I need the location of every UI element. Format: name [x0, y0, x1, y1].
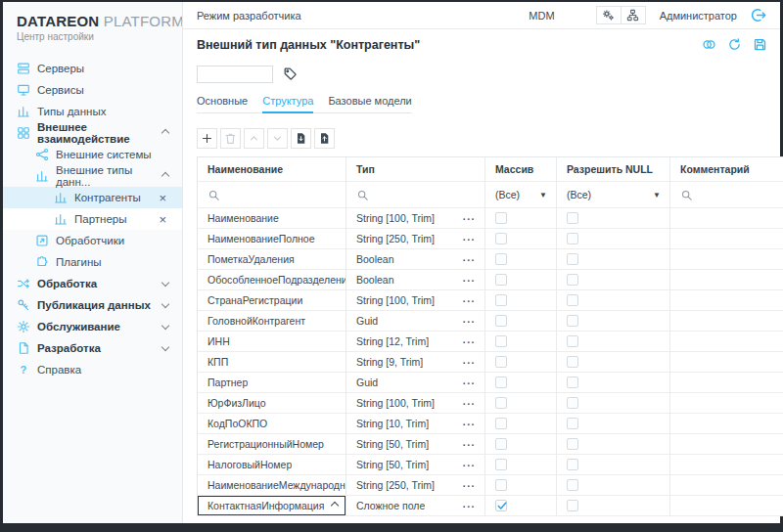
allow-null-checkbox[interactable]	[567, 294, 578, 306]
compare-button[interactable]	[702, 37, 716, 52]
sidebar-item-counterparties[interactable]: Контрагенты×	[3, 187, 182, 208]
cell-name[interactable]: НалоговыйНомер	[198, 455, 346, 475]
add-button[interactable]	[197, 128, 217, 149]
cell-name[interactable]: РегистрационныйНомер	[198, 434, 346, 455]
cell-comment[interactable]	[670, 290, 783, 311]
refresh-button[interactable]	[727, 37, 742, 52]
cell-type[interactable]: String [9, Trim]...	[346, 352, 485, 373]
cell-name[interactable]: Партнер	[198, 373, 346, 393]
cell-type[interactable]: String [50, Trim]...	[346, 434, 485, 455]
cell-comment[interactable]	[670, 455, 783, 475]
column-header-array[interactable]: Массив	[485, 157, 557, 182]
allow-null-checkbox[interactable]	[567, 500, 578, 511]
type-filter-input[interactable]	[346, 182, 485, 208]
cell-type[interactable]: String [12, Trim]...	[346, 332, 485, 352]
settings-gears-button[interactable]	[596, 6, 622, 24]
allow-null-checkbox[interactable]	[567, 274, 578, 286]
sidebar-item-external-interaction[interactable]: Внешнее взаимодействие	[3, 122, 182, 144]
array-checkbox[interactable]	[495, 274, 507, 286]
allow-null-checkbox[interactable]	[567, 335, 578, 347]
cell-name[interactable]: ИНН	[198, 332, 346, 352]
save-button[interactable]	[753, 37, 767, 52]
allow-null-checkbox[interactable]	[567, 377, 578, 388]
cell-type[interactable]: Guid...	[346, 373, 485, 393]
cell-name[interactable]: КПП	[198, 352, 346, 373]
sidebar-item-external-data-types[interactable]: Внешние типы данн...	[3, 165, 182, 187]
sidebar-item-partners[interactable]: Партнеры×	[3, 208, 182, 230]
sidebar-item-data-types[interactable]: Типы данных	[3, 101, 182, 122]
tag-filter-button[interactable]	[280, 65, 299, 84]
allow-null-filter-select[interactable]: (Все)▼	[557, 182, 670, 208]
array-filter-select[interactable]: (Все)▼	[485, 182, 557, 208]
array-checkbox[interactable]	[495, 294, 507, 306]
type-options-button[interactable]: ...	[463, 498, 476, 510]
cell-name[interactable]: НаименованиеПолное	[198, 229, 346, 249]
cell-type[interactable]: String [250, Trim]...	[346, 229, 485, 249]
cell-comment[interactable]	[670, 475, 783, 496]
move-down-button[interactable]	[267, 128, 288, 149]
cell-name[interactable]: НаименованиеМеждународное	[198, 475, 346, 496]
cell-comment[interactable]	[670, 496, 783, 516]
type-options-button[interactable]: ...	[463, 333, 476, 345]
cell-type[interactable]: String [100, Trim]...	[346, 290, 485, 311]
cell-type[interactable]: String [10, Trim]...	[346, 414, 485, 434]
move-up-button[interactable]	[244, 128, 264, 149]
column-header-comment[interactable]: Комментарий	[670, 157, 783, 182]
type-options-button[interactable]: ...	[463, 395, 476, 407]
allow-null-checkbox[interactable]	[567, 233, 578, 244]
array-checkbox[interactable]	[495, 397, 507, 409]
column-header-type[interactable]: Тип	[346, 157, 485, 182]
tab-base-models[interactable]: Базовые модели	[328, 90, 411, 113]
cell-name[interactable]: СтранаРегистрации	[198, 290, 346, 311]
array-checkbox[interactable]	[495, 418, 507, 429]
column-header-allow-null[interactable]: Разрешить NULL	[557, 157, 670, 182]
allow-null-checkbox[interactable]	[567, 212, 578, 224]
cell-name[interactable]: ОбособленноеПодразделение	[198, 270, 346, 290]
array-checkbox[interactable]	[495, 500, 507, 511]
type-options-button[interactable]: ...	[463, 416, 476, 427]
cell-type[interactable]: Boolean...	[346, 249, 485, 270]
cell-name[interactable]: Наименование	[198, 208, 346, 229]
type-options-button[interactable]: ...	[463, 436, 476, 448]
sidebar-item-servers[interactable]: Серверы	[3, 58, 182, 79]
cell-comment[interactable]	[670, 352, 783, 373]
cell-type[interactable]: Boolean...	[346, 270, 485, 290]
cell-comment[interactable]	[670, 208, 783, 229]
type-options-button[interactable]: ...	[463, 313, 476, 325]
array-checkbox[interactable]	[495, 479, 507, 491]
name-filter-input[interactable]	[198, 182, 346, 208]
type-options-button[interactable]: ...	[463, 231, 476, 243]
sidebar-item-maintenance[interactable]: Обслуживание	[3, 316, 182, 337]
close-icon[interactable]: ×	[159, 192, 166, 204]
cell-type[interactable]: String [100, Trim]...	[346, 208, 485, 229]
cell-comment[interactable]	[670, 311, 783, 332]
allow-null-checkbox[interactable]	[567, 397, 578, 409]
cell-name[interactable]: КонтактнаяИнформация	[198, 496, 346, 516]
allow-null-checkbox[interactable]	[567, 459, 578, 470]
cell-comment[interactable]	[670, 249, 783, 270]
delete-button[interactable]	[220, 128, 241, 149]
cell-type[interactable]: Сложное поле...	[346, 496, 485, 516]
sidebar-item-services[interactable]: Сервисы	[3, 79, 182, 101]
type-options-button[interactable]: ...	[463, 292, 476, 304]
logout-button[interactable]	[747, 7, 770, 23]
export-file-button[interactable]	[291, 128, 311, 149]
cell-type[interactable]: String [50, Trim]...	[346, 455, 485, 475]
sidebar-item-processing[interactable]: Обработка	[3, 273, 182, 294]
import-file-button[interactable]	[314, 128, 335, 149]
allow-null-checkbox[interactable]	[567, 438, 578, 450]
cell-comment[interactable]	[670, 270, 783, 290]
tag-filter-input[interactable]	[197, 66, 273, 83]
type-options-button[interactable]: ...	[463, 477, 476, 489]
array-checkbox[interactable]	[495, 233, 507, 244]
array-checkbox[interactable]	[495, 253, 507, 265]
cell-name[interactable]: ГоловнойКонтрагент	[198, 311, 346, 332]
allow-null-checkbox[interactable]	[567, 479, 578, 491]
sidebar-item-plugins[interactable]: Плагины	[3, 251, 182, 273]
column-header-name[interactable]: Наименование	[198, 157, 346, 182]
cell-comment[interactable]	[670, 393, 783, 414]
cell-comment[interactable]	[670, 434, 783, 455]
cell-type[interactable]: String [100, Trim]...	[346, 393, 485, 414]
collapse-chevron-icon[interactable]	[331, 502, 339, 510]
array-checkbox[interactable]	[495, 335, 507, 347]
